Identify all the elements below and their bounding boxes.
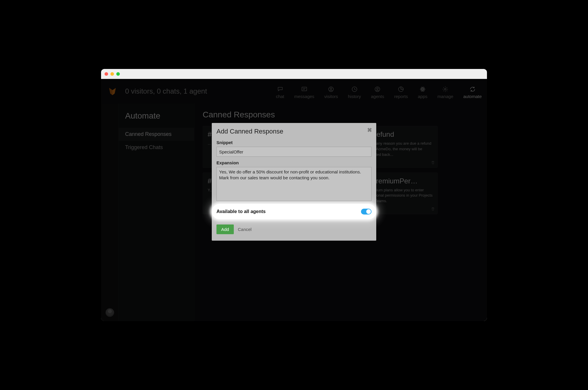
window-titlebar [101,69,487,79]
modal-actions: Add Cancel [216,224,372,234]
expansion-label: Expansion [216,160,372,165]
toggle-knob [366,209,371,214]
app-window: 0 visitors, 0 chats, 1 agent chatmessage… [101,69,487,321]
available-all-agents-label: Available to all agents [216,209,266,214]
add-canned-response-modal: Add Canned Response ✖ Snippet Expansion … [212,123,376,241]
snippet-label: Snippet [216,140,372,145]
available-all-agents-row: Available to all agents [212,204,376,219]
app-body: 0 visitors, 0 chats, 1 agent chatmessage… [101,79,487,321]
modal-title: Add Canned Response [216,128,372,135]
available-all-agents-toggle[interactable] [361,209,372,215]
snippet-input[interactable] [216,147,372,157]
device-frame: 0 visitors, 0 chats, 1 agent chatmessage… [96,64,492,326]
modal-close-button[interactable]: ✖ [367,127,372,133]
cancel-button[interactable]: Cancel [238,227,252,232]
window-minimize-button[interactable] [110,72,114,76]
close-icon: ✖ [367,127,372,133]
add-button[interactable]: Add [216,224,234,234]
expansion-textarea[interactable]: Yes, We do offer a 50% discount for non-… [216,167,372,201]
window-close-button[interactable] [105,72,108,76]
window-zoom-button[interactable] [116,72,120,76]
